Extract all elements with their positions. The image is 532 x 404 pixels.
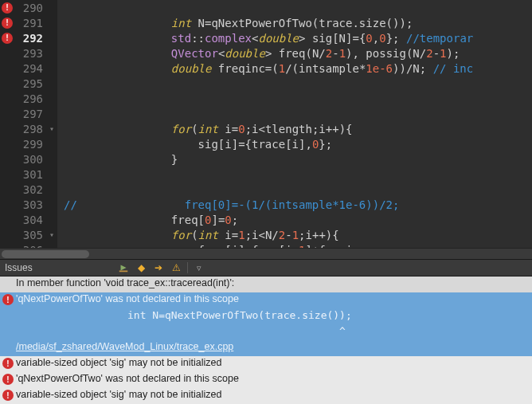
issue-path[interactable]: /media/sf_zshared/WaveMod_Linux/trace_ex… (0, 340, 532, 356)
error-icon: ! (2, 18, 13, 29)
code-line[interactable]: 305▾ for(int i=1;i<N/2-1;i++){ (0, 227, 532, 242)
line-number: 297 (14, 108, 46, 120)
line-number: 299 (14, 138, 46, 151)
prev-issue-button[interactable]: ◆ (132, 261, 150, 275)
error-icon: ! (2, 374, 14, 385)
line-number: 301 (14, 168, 46, 181)
issue-message: 'qNextPowerOfTwo' was not declared in th… (16, 293, 239, 304)
issues-list[interactable]: In member function 'void trace_ex::trace… (0, 277, 532, 404)
issue-detail: int N=qNextPowerOfTwo(trace.size()); (0, 308, 532, 324)
error-marker: ! (0, 2, 14, 14)
code-line[interactable]: 296 (0, 91, 532, 106)
issue-context: In member function 'void trace_ex::trace… (0, 277, 532, 292)
warnings-icon[interactable]: ⚠ (167, 261, 185, 275)
code-line[interactable]: 299 sig[i]={trace[i],0}; (0, 136, 532, 151)
line-number: 300 (14, 153, 46, 166)
error-icon: ! (2, 2, 13, 14)
code-line[interactable]: 298▾ for(int i=0;i<tlength;i++){ (0, 121, 532, 136)
fold-indicator[interactable]: ▾ (46, 124, 57, 133)
code-line[interactable]: 306 freq[i]=freq[i-1]+freqinc; (0, 242, 532, 248)
code-content[interactable]: for(int i=0;i<tlength;i++){ (57, 123, 352, 135)
code-line[interactable]: 300 } (0, 151, 532, 167)
code-content[interactable]: // freq[0]=-(1/(intsample*1e-6))/2; (57, 198, 399, 211)
error-marker: ! (0, 18, 14, 29)
line-number: 304 (14, 214, 46, 226)
issues-panel-header: Issues ◆ ➔ ⚠ ▿ (0, 259, 532, 277)
error-icon: ! (2, 33, 13, 44)
next-issue-button[interactable]: ➔ (150, 261, 167, 275)
scrollbar-thumb[interactable] (2, 250, 89, 258)
code-line[interactable]: !290 (0, 0, 532, 15)
line-number: 291 (14, 17, 46, 29)
code-line[interactable]: 303// freq[0]=-(1/(intsample*1e-6))/2; (0, 197, 532, 212)
code-line[interactable]: 294 double freqinc=(1/(intsample*1e-6))/… (0, 61, 532, 76)
code-content[interactable]: double freqinc=(1/(intsample*1e-6))/N; /… (57, 62, 473, 75)
line-number: 298 (14, 123, 46, 135)
issue-item[interactable]: !'qNextPowerOfTwo' was not declared in t… (0, 292, 532, 308)
issue-item[interactable]: !'qNextPowerOfTwo' was not declared in t… (0, 372, 532, 388)
line-number: 294 (14, 62, 46, 75)
code-line[interactable]: !292 std::complex<double> sig[N]={0,0}; … (0, 30, 532, 45)
code-line[interactable]: !291 int N=qNextPowerOfTwo(trace.size())… (0, 15, 532, 30)
code-line[interactable]: 295 (0, 76, 532, 91)
error-icon: ! (2, 294, 14, 305)
filter-icon[interactable]: ▿ (190, 261, 208, 275)
code-line[interactable]: 297 (0, 106, 532, 121)
line-number: 306 (14, 244, 46, 249)
code-content[interactable]: QVector<double> freq(N/2-1), possig(N/2-… (57, 47, 460, 60)
issue-item[interactable]: !variable-sized object 'sig' may not be … (0, 388, 532, 404)
line-number: 293 (14, 47, 46, 60)
line-number: 303 (14, 198, 46, 211)
code-content[interactable]: sig[i]={trace[i],0}; (57, 138, 332, 151)
code-content[interactable]: int N=qNextPowerOfTwo(trace.size()); (57, 17, 413, 29)
build-icon[interactable] (115, 261, 132, 275)
code-line[interactable]: 302 (0, 182, 532, 197)
line-number: 295 (14, 77, 46, 90)
code-line[interactable]: 301 (0, 167, 532, 182)
issues-title: Issues (0, 262, 115, 273)
line-number: 302 (14, 183, 46, 196)
error-marker: ! (0, 33, 14, 44)
error-icon: ! (2, 390, 14, 401)
code-content[interactable]: for(int i=1;i<N/2-1;i++){ (57, 229, 339, 241)
code-line[interactable]: 304 freq[0]=0; (0, 212, 532, 227)
separator (187, 262, 188, 273)
line-number: 296 (14, 92, 46, 105)
line-number: 305 (14, 229, 46, 241)
issue-item[interactable]: !variable-sized object 'sig' may not be … (0, 356, 532, 372)
code-content[interactable]: freq[i]=freq[i-1]+freqinc; (57, 244, 373, 249)
line-number: 292 (14, 32, 46, 45)
error-icon: ! (2, 358, 14, 369)
horizontal-scrollbar[interactable] (0, 248, 532, 259)
code-content[interactable]: std::complex<double> sig[N]={0,0}; //tem… (57, 32, 473, 45)
issue-message: 'qNextPowerOfTwo' was not declared in th… (16, 373, 239, 384)
line-number: 290 (14, 2, 46, 14)
code-editor[interactable]: !290!291 int N=qNextPowerOfTwo(trace.siz… (0, 0, 532, 248)
code-content[interactable]: } (57, 153, 178, 166)
code-content[interactable]: freq[0]=0; (57, 214, 238, 226)
code-line[interactable]: 293 QVector<double> freq(N/2-1), possig(… (0, 45, 532, 61)
fold-indicator[interactable]: ▾ (46, 230, 57, 239)
issue-message: variable-sized object 'sig' may not be i… (16, 357, 221, 368)
issue-message: variable-sized object 'sig' may not be i… (16, 389, 221, 400)
issue-caret: ^ (0, 324, 532, 340)
